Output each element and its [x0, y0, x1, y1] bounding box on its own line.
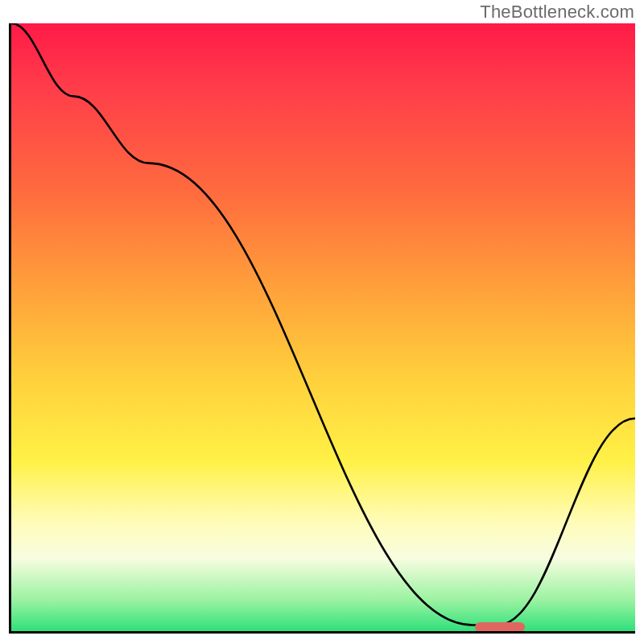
watermark-label: TheBottleneck.com — [480, 2, 634, 23]
optimal-marker — [475, 622, 525, 632]
chart-canvas: TheBottleneck.com — [0, 0, 644, 644]
plot-area — [9, 23, 635, 634]
bottleneck-curve — [11, 23, 635, 631]
curve-path — [11, 23, 635, 625]
